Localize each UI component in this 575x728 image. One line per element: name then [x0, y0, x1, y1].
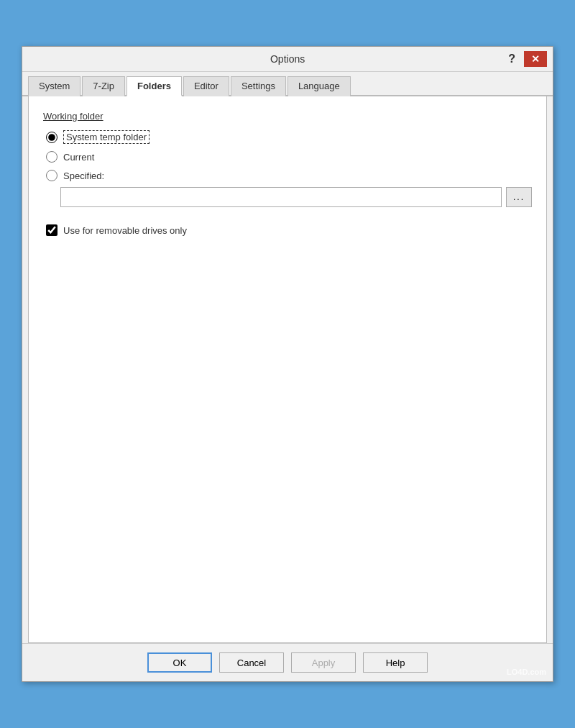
- title-bar: Options ? ✕: [22, 47, 553, 72]
- radio-specified-input[interactable]: [46, 170, 58, 181]
- help-button[interactable]: Help: [363, 652, 428, 673]
- tab-7zip[interactable]: 7-Zip: [82, 76, 125, 96]
- ok-button[interactable]: OK: [147, 652, 212, 673]
- window-title: Options: [71, 53, 504, 65]
- footer: OK Cancel Apply Help: [22, 643, 553, 681]
- help-icon-button[interactable]: ?: [504, 51, 520, 67]
- browse-button[interactable]: ...: [506, 187, 532, 207]
- removable-drives-row: Use for removable drives only: [46, 224, 532, 236]
- tab-language[interactable]: Language: [288, 76, 351, 96]
- tab-editor[interactable]: Editor: [183, 76, 229, 96]
- radio-item-specified[interactable]: Specified:: [46, 170, 532, 181]
- removable-drives-label: Use for removable drives only: [63, 225, 187, 236]
- watermark: LO4D.com: [507, 668, 546, 676]
- radio-item-current[interactable]: Current: [46, 151, 532, 163]
- content-area: Working folder System temp folder Curren…: [28, 96, 547, 643]
- radio-item-system[interactable]: System temp folder: [46, 130, 532, 144]
- radio-system-label: System temp folder: [63, 130, 150, 144]
- title-bar-controls: ? ✕: [504, 51, 547, 67]
- radio-current-input[interactable]: [46, 151, 58, 163]
- radio-current-label: Current: [63, 152, 94, 163]
- radio-system-input[interactable]: [46, 132, 58, 143]
- specified-path-input[interactable]: [60, 187, 502, 207]
- apply-button[interactable]: Apply: [291, 652, 356, 673]
- tab-settings[interactable]: Settings: [231, 76, 286, 96]
- cancel-button[interactable]: Cancel: [219, 652, 284, 673]
- radio-group: System temp folder Current Specified:: [46, 130, 532, 181]
- close-button[interactable]: ✕: [524, 51, 547, 67]
- tab-bar: System 7-Zip Folders Editor Settings Lan…: [22, 72, 553, 96]
- options-dialog: Options ? ✕ System 7-Zip Folders Editor …: [22, 46, 553, 682]
- radio-specified-label: Specified:: [63, 170, 104, 181]
- removable-drives-checkbox[interactable]: [46, 224, 58, 236]
- specified-path-row: ...: [60, 187, 532, 207]
- working-folder-label: Working folder: [43, 111, 532, 122]
- tab-system[interactable]: System: [28, 76, 80, 96]
- tab-folders[interactable]: Folders: [126, 76, 182, 96]
